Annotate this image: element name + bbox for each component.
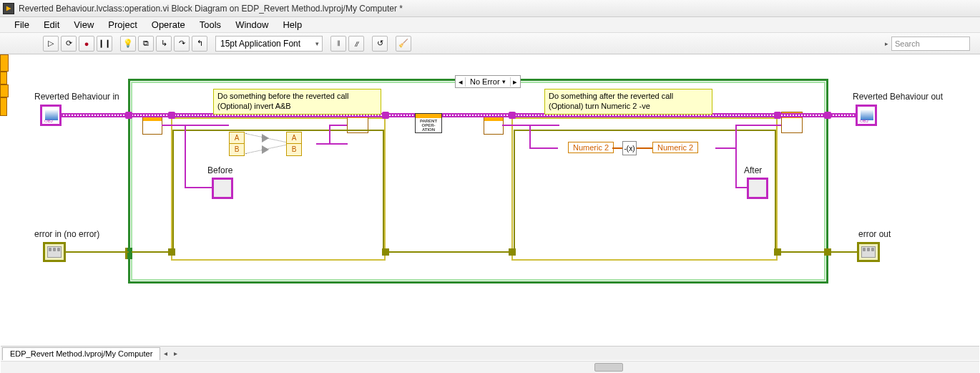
class-wire[interactable] [62, 113, 856, 117]
bundle-element-numeric2[interactable]: Numeric 2 [652, 142, 698, 153]
unbundle-node-right[interactable] [484, 115, 504, 135]
menu-view[interactable]: View [67, 18, 101, 32]
tab-scroll-left-icon[interactable]: ◂ [160, 349, 170, 357]
menu-bar: File Edit View Project Operate Tools Win… [0, 17, 980, 33]
unbundle-output-icon[interactable] [0, 72, 7, 84]
error-wire[interactable] [383, 251, 514, 253]
project-tab[interactable]: EDP_Revert Method.lvproj/My Computer [2, 347, 160, 360]
case-selector-label[interactable]: No Error [466, 77, 510, 86]
after-indicator-terminal[interactable] [747, 178, 768, 199]
cluster-wire[interactable] [529, 147, 558, 149]
abort-button[interactable]: ● [79, 36, 94, 52]
seq-tunnel-error[interactable] [509, 248, 516, 256]
comment-text: (Optional) invert A&B [217, 102, 377, 112]
case-prev-icon[interactable]: ◂ [456, 77, 466, 87]
error-wire[interactable] [514, 130, 515, 253]
case-next-icon[interactable]: ▸ [510, 77, 520, 87]
search-input[interactable]: Search [891, 37, 970, 51]
call-parent-method-node[interactable]: PARENT OPER- ATION [415, 113, 442, 133]
comment-text: Do something before the reverted call [217, 92, 377, 102]
seq-tunnel[interactable] [774, 112, 781, 119]
flat-sequence-left[interactable] [171, 117, 386, 261]
menu-file[interactable]: File [7, 18, 36, 32]
cluster-wire[interactable] [162, 125, 229, 126]
cluster-wire[interactable] [735, 125, 737, 188]
bundle-input-icon[interactable] [0, 84, 9, 97]
font-selector[interactable]: 15pt Application Font [215, 36, 323, 52]
menu-tools[interactable]: Tools [192, 18, 228, 32]
retain-wire-values-button[interactable]: ⧉ [138, 36, 154, 52]
case-selector-terminal-icon[interactable] [125, 248, 132, 259]
highlight-execution-button[interactable]: 💡 [120, 36, 136, 52]
bundle-output-icon[interactable] [0, 97, 7, 116]
distribute-objects-button[interactable]: ⫽ [348, 36, 364, 52]
step-out-button[interactable]: ↰ [192, 36, 207, 52]
flat-sequence-right[interactable] [511, 117, 778, 261]
unbundle-by-name-ab[interactable]: A B [229, 132, 245, 156]
numeric-wire[interactable] [637, 147, 652, 149]
case-tunnel-error[interactable] [824, 248, 831, 256]
error-wire[interactable] [66, 251, 129, 253]
menu-edit[interactable]: Edit [36, 18, 67, 32]
numeric-wire[interactable] [612, 147, 622, 149]
comment-after[interactable]: Do something after the reverted call (Op… [544, 89, 712, 115]
align-objects-button[interactable]: ⫴ [330, 36, 346, 52]
menu-operate[interactable]: Operate [144, 18, 192, 32]
case-tunnel[interactable] [125, 112, 132, 119]
error-wire[interactable] [132, 251, 172, 253]
cluster-wire[interactable] [735, 125, 781, 126]
menu-help[interactable]: Help [275, 18, 309, 32]
comment-before[interactable]: Do something before the reverted call (O… [213, 89, 381, 115]
run-continuously-button[interactable]: ⟳ [61, 36, 77, 52]
bundle-output-icon[interactable] [0, 54, 9, 72]
class-out-label: Reverted Behaviour out [853, 92, 943, 102]
cleanup-diagram-button[interactable]: 🧹 [396, 36, 411, 52]
before-indicator-terminal[interactable] [212, 178, 233, 199]
reorder-button[interactable]: ↺ [372, 36, 388, 52]
seq-tunnel[interactable] [382, 112, 389, 119]
cluster-wire[interactable] [329, 125, 330, 144]
tab-scroll-right-icon[interactable]: ▸ [170, 349, 180, 357]
error-wire[interactable] [172, 130, 174, 253]
parent-call-text: ATION [416, 127, 441, 132]
scrollbar-thumb[interactable] [594, 363, 623, 372]
case-tunnel[interactable] [824, 112, 831, 119]
cluster-wire[interactable] [329, 125, 347, 126]
class-in-terminal[interactable]: OBJ [40, 105, 62, 126]
step-over-button[interactable]: ↷ [174, 36, 190, 52]
cluster-wire[interactable] [185, 187, 212, 188]
cluster-wire[interactable] [316, 143, 348, 145]
horizontal-scrollbar[interactable] [1, 361, 979, 373]
cluster-wire[interactable] [715, 147, 737, 149]
unbundle-node-left[interactable] [142, 115, 162, 135]
menu-window[interactable]: Window [228, 18, 275, 32]
error-wire[interactable] [775, 251, 826, 253]
step-into-button[interactable]: ↳ [156, 36, 172, 52]
menu-project[interactable]: Project [101, 18, 144, 32]
cluster-wire[interactable] [185, 125, 186, 188]
cluster-wire[interactable] [529, 125, 531, 147]
run-button[interactable]: ▷ [43, 36, 59, 52]
bundle-by-name-ab[interactable]: A B [286, 132, 302, 156]
seq-tunnel-error[interactable] [774, 248, 781, 256]
cluster-wire[interactable] [735, 187, 747, 188]
seq-tunnel[interactable] [509, 112, 516, 119]
block-diagram-canvas[interactable]: ◂ No Error ▸ Do something before the rev… [0, 54, 980, 347]
labview-icon: ▶ [3, 3, 14, 14]
cluster-wire[interactable] [502, 125, 559, 126]
seq-tunnel-error[interactable] [168, 248, 175, 256]
class-out-terminal[interactable]: OBJ [856, 105, 877, 126]
pause-button[interactable]: ❙❙ [97, 36, 112, 52]
unbundle-element-numeric2[interactable]: Numeric 2 [568, 142, 614, 153]
error-out-terminal[interactable] [857, 242, 880, 262]
error-in-terminal[interactable] [43, 242, 66, 262]
seq-tunnel-error[interactable] [382, 248, 389, 256]
error-wire[interactable] [383, 130, 384, 253]
seq-tunnel[interactable] [168, 112, 175, 119]
error-wire[interactable] [775, 130, 776, 253]
case-selector[interactable]: ◂ No Error ▸ [455, 75, 521, 88]
error-wire[interactable] [172, 130, 383, 131]
after-indicator-label: After [744, 165, 762, 175]
negate-node[interactable]: -(x) [622, 141, 637, 155]
unbundle-element-a: A [230, 132, 244, 144]
